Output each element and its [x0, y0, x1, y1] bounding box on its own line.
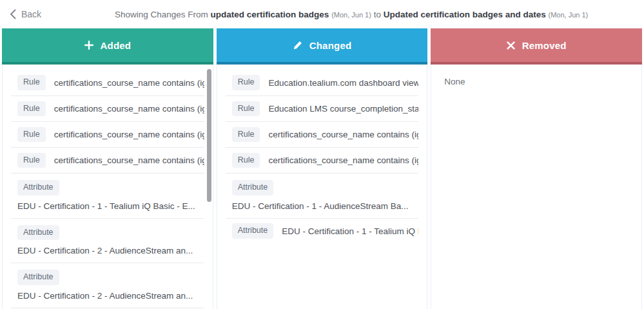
list-item[interactable]: Rulecertifications_course_name contains … [11, 95, 204, 121]
list-item[interactable]: RuleEducation LMS course_completion_stat… [226, 95, 419, 121]
item-text: certifications_course_name contains (ign… [54, 104, 204, 114]
list-item[interactable]: AttributeEDU - Certification - 1 - Teali… [11, 173, 204, 218]
from-version-name: updated certification badges [211, 10, 329, 19]
item-type-badge: Rule [17, 101, 46, 117]
item-text: certifications_course_name contains (ign… [54, 130, 204, 139]
item-text: certifications_course_name contains (ign… [54, 78, 204, 88]
changes-columns: Added Rulecertifications_course_name con… [0, 28, 644, 309]
item-type-badge: Rule [232, 153, 260, 168]
removed-column-header: Removed [431, 28, 642, 65]
item-type-badge: Rule [17, 153, 46, 168]
list-item[interactable]: AttributeEDU - Certification - 2 - Audie… [11, 218, 204, 263]
added-column-body: Rulecertifications_course_name contains … [2, 65, 213, 309]
item-text: Education.tealium.com dashboard view eve… [268, 78, 418, 88]
item-text: EDU - Certification - 1 - AudienceStream… [232, 201, 419, 211]
to-version-name: Updated certification badges and dates [384, 10, 546, 19]
list-item[interactable]: AttributeEDU - Certification - 1 - Audie… [226, 173, 419, 218]
item-type-badge: Rule [17, 75, 46, 90]
list-item[interactable]: AttributeEDU - Certification - 2 - Audie… [11, 263, 204, 308]
list-item[interactable]: Rulecertifications_course_name contains … [226, 147, 419, 173]
item-type-badge: Attribute [17, 180, 59, 195]
list-item[interactable]: AttributeEDU - Certification - 1 - Teali… [226, 218, 419, 244]
item-type-badge: Rule [17, 127, 46, 143]
list-item[interactable]: Rulecertifications_course_name contains … [11, 147, 204, 173]
pencil-icon [293, 41, 302, 50]
x-icon [507, 41, 515, 50]
item-text: certifications_course_name contains (ign… [268, 130, 418, 139]
page-title: Showing Changes From updated certificati… [115, 10, 588, 19]
added-column-header: Added [2, 28, 213, 65]
item-text: certifications_course_name contains (ign… [54, 155, 204, 165]
list-item[interactable]: Rulecertifications_course_name contains … [11, 70, 204, 95]
column-removed: Removed None [431, 28, 642, 309]
item-type-badge: Attribute [17, 225, 59, 241]
removed-column-body: None [431, 65, 642, 309]
removed-column-label: Removed [522, 40, 567, 51]
list-item[interactable]: Rulecertifications_course_name contains … [11, 121, 204, 147]
title-prefix: Showing Changes From [115, 10, 208, 19]
back-label: Back [21, 9, 41, 19]
scrollbar-thumb[interactable] [207, 69, 211, 202]
top-bar: Back Showing Changes From updated certif… [0, 0, 644, 28]
changed-list: RuleEducation.tealium.com dashboard view… [217, 65, 427, 244]
item-text: certifications_course_name contains (ign… [268, 155, 418, 165]
item-text: EDU - Certification - 2 - AudienceStream… [17, 291, 204, 301]
added-list: Rulecertifications_course_name contains … [3, 65, 213, 309]
list-item[interactable]: RuleEducation.tealium.com dashboard view… [226, 70, 419, 95]
item-text: EDU - Certification - 1 - Tealium iQ Bas… [282, 226, 418, 236]
title-to-word: to [374, 10, 381, 19]
item-type-badge: Attribute [232, 180, 274, 195]
back-button[interactable]: Back [10, 9, 41, 19]
changed-column-body: RuleEducation.tealium.com dashboard view… [217, 65, 428, 309]
item-text: Education LMS course_completion_status .… [268, 104, 418, 114]
column-changed: Changed RuleEducation.tealium.com dashbo… [217, 28, 428, 309]
changed-column-header: Changed [217, 28, 428, 65]
from-version-date: (Mon, Jun 1) [331, 11, 371, 19]
item-text: EDU - Certification - 2 - AudienceStream… [17, 246, 204, 255]
list-item[interactable]: Rulecertifications_course_name contains … [226, 121, 419, 147]
chevron-left-icon [10, 9, 16, 19]
changed-column-label: Changed [309, 40, 352, 51]
item-text: EDU - Certification - 1 - Tealium iQ Bas… [17, 201, 204, 211]
item-type-badge: Rule [232, 75, 260, 90]
column-added: Added Rulecertifications_course_name con… [2, 28, 213, 309]
item-type-badge: Rule [232, 127, 260, 143]
item-type-badge: Attribute [232, 223, 274, 239]
plus-icon [84, 41, 93, 50]
to-version-date: (Mon, Jun 1) [549, 11, 589, 19]
item-type-badge: Rule [232, 101, 260, 117]
item-type-badge: Attribute [17, 270, 59, 285]
empty-state-label: None [431, 65, 641, 99]
added-column-label: Added [101, 40, 132, 51]
